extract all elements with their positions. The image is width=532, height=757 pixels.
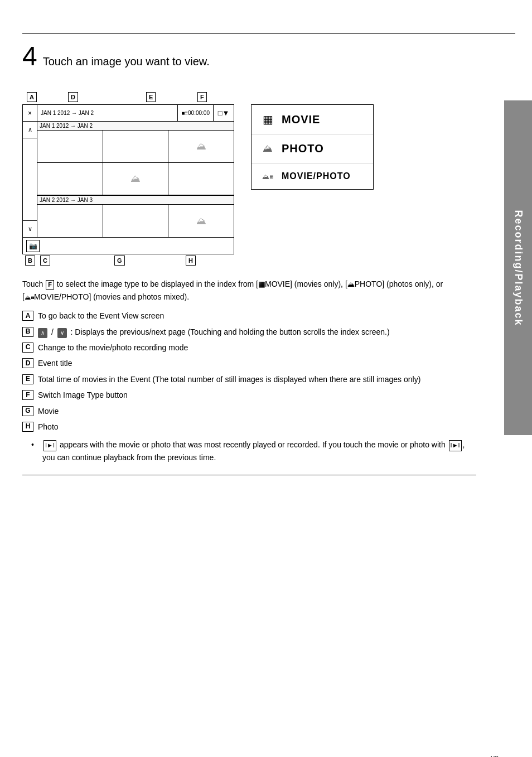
bullet-note-container: I►I appears with the movie or photo that… [31, 438, 476, 464]
camera-box: ×JAN 1 2012 → JAN 2■≡00:00:00□▼∧∨JAN 1 2… [22, 104, 234, 254]
date-row-1: JAN 1 2012 → JAN 2 [37, 122, 234, 131]
cam-topbar: ×JAN 1 2012 → JAN 2■≡00:00:00□▼ [23, 105, 234, 122]
annotation-E: E Total time of movies in the Event (The… [22, 373, 476, 385]
ann-key-G: G [22, 406, 33, 416]
main-description: Touch F to select the image type to be d… [22, 278, 476, 303]
image-type-row-movie[interactable]: ▦MOVIE [252, 105, 373, 134]
annotation-F: F Switch Image Type button [22, 389, 476, 401]
cam-time: ■≡00:00:00 [178, 105, 214, 121]
bullet-note: I►I appears with the movie or photo that… [31, 438, 476, 464]
thumb-cell[interactable]: ⛰ [168, 131, 234, 162]
cam-down-btn[interactable]: ∨ [23, 220, 37, 237]
movie-label: MOVIE [282, 113, 320, 126]
ann-key-B: B [22, 327, 33, 337]
camera-bottom-labels: BCGH [22, 255, 234, 268]
camera-label-G: G [114, 255, 125, 266]
bottom-rule [22, 475, 476, 475]
camera-label-H: H [186, 255, 196, 266]
date-section-2: JAN 2 2012 → JAN 3⛰ [37, 196, 234, 237]
sidebar-label-text: Recording/Playback [512, 210, 524, 326]
camera-label-E: E [146, 92, 156, 102]
cam-close-btn[interactable]: × [23, 105, 37, 121]
ann-text-H: Photo [38, 421, 476, 433]
ann-text-D: Event title [38, 357, 476, 369]
play-icon-1: I►I [43, 440, 56, 451]
movie-photo-label: MOVIE/PHOTO [282, 171, 351, 181]
ann-text-F: Switch Image Type button [38, 389, 476, 401]
annotation-B: B ∧ / ∨ : Displays the previous/next pag… [22, 326, 476, 338]
movie-icon: ▦ [260, 113, 275, 126]
ann-text-C: Change to the movie/photo recording mode [38, 341, 476, 354]
ann-key-F: F [22, 390, 33, 400]
annotation-D: D Event title [22, 357, 476, 369]
thumb-cell[interactable]: ⛰ [103, 163, 169, 195]
annotation-H: H Photo [22, 421, 476, 433]
camera-label-F: F [197, 92, 207, 102]
cam-nav: ∧∨ [23, 122, 37, 237]
thumb-cell[interactable] [37, 131, 103, 162]
step-heading: 4 Touch an image you want to view. [22, 43, 471, 70]
camera-label-D: D [68, 92, 78, 102]
photo-icon: ⛰ [260, 143, 275, 155]
ann-key-A: A [22, 311, 33, 321]
camera-top-labels: ADEF [22, 92, 234, 104]
cam-bottom-bar: 📷 [23, 237, 234, 254]
top-rule [22, 33, 515, 34]
thumb-cell[interactable] [103, 131, 169, 162]
thumb-row-3: ⛰ [37, 205, 234, 237]
camera-wrapper: ADEF×JAN 1 2012 → JAN 2■≡00:00:00□▼∧∨JAN… [22, 92, 234, 268]
movie-photo-icon: ⛰▦ [260, 172, 275, 181]
main-content: 4 Touch an image you want to view. ADEF×… [22, 43, 476, 268]
thumb-cell[interactable] [37, 205, 103, 237]
sidebar-recording-playback: Recording/Playback [504, 100, 532, 435]
ann-key-D: D [22, 358, 33, 368]
annotation-A: A To go back to the Event View screen [22, 310, 476, 322]
play-icon-2: I►I [449, 440, 462, 451]
ann-text-A: To go back to the Event View screen [38, 310, 476, 322]
camera-label-A: A [27, 92, 37, 102]
cam-date: JAN 1 2012 → JAN 2 [37, 105, 178, 121]
thumb-cell[interactable]: ⛰ [168, 205, 234, 237]
thumb-row-1: ⛰ [37, 131, 234, 163]
camera-label-B: B [25, 255, 35, 266]
ann-text-B: ∧ / ∨ : Displays the previous/next page … [38, 326, 476, 338]
cam-up-btn[interactable]: ∧ [23, 122, 37, 138]
thumb-cell[interactable] [103, 205, 169, 237]
ann-key-H: H [22, 422, 33, 432]
ann-key-E: E [22, 374, 33, 384]
inline-label-F: F [46, 280, 54, 290]
ann-text-E: Total time of movies in the Event (The t… [38, 373, 476, 385]
annotation-list: A To go back to the Event View screen B … [22, 310, 476, 433]
ann-text-G: Movie [38, 405, 476, 417]
image-type-row-movie-photo[interactable]: ⛰▦MOVIE/PHOTO [252, 163, 373, 189]
cam-settings[interactable]: □▼ [214, 105, 234, 121]
image-type-row-photo[interactable]: ⛰PHOTO [252, 134, 373, 163]
annotation-G: G Movie [22, 405, 476, 417]
thumb-cell[interactable] [168, 163, 234, 195]
annotation-C: C Change to the movie/photo recording mo… [22, 341, 476, 354]
date-row-2: JAN 2 2012 → JAN 3 [37, 196, 234, 205]
step-number: 4 [22, 43, 37, 70]
page-container: 4 Touch an image you want to view. ADEF×… [0, 33, 532, 757]
cam-body: ∧∨JAN 1 2012 → JAN 2⛰⛰JAN 2 2012 → JAN 3… [23, 122, 234, 237]
thumb-row-2: ⛰ [37, 163, 234, 195]
description-para: Touch F to select the image type to be d… [22, 278, 476, 303]
date-section-1: JAN 1 2012 → JAN 2⛰⛰ [37, 122, 234, 196]
diagram-area: ADEF×JAN 1 2012 → JAN 2■≡00:00:00□▼∧∨JAN… [22, 79, 471, 268]
cam-nav-mid [23, 138, 37, 220]
step-title: Touch an image you want to view. [43, 55, 210, 68]
cam-content: JAN 1 2012 → JAN 2⛰⛰JAN 2 2012 → JAN 3⛰ [37, 122, 234, 237]
ann-key-C: C [22, 343, 33, 353]
camera-label-C: C [40, 255, 50, 266]
cam-camera-icon[interactable]: 📷 [26, 240, 40, 252]
photo-label: PHOTO [282, 142, 324, 155]
image-type-panel: ▦MOVIE⛰PHOTO⛰▦MOVIE/PHOTO [251, 104, 374, 190]
thumb-cell[interactable] [37, 163, 103, 195]
